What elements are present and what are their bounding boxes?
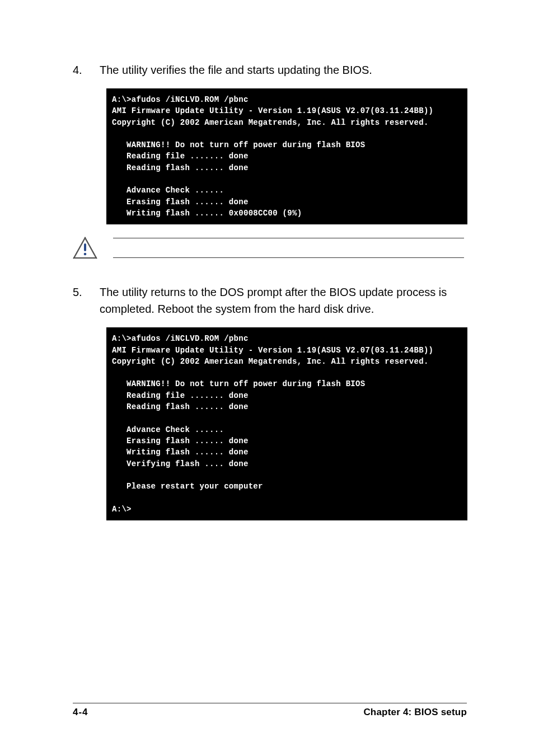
chapter-title: Chapter 4: BIOS setup xyxy=(363,707,467,718)
divider xyxy=(113,238,464,238)
term-line: WARNING!! Do not turn off power during f… xyxy=(112,140,365,149)
terminal-block-2: A:\>afudos /iNCLVD.ROM /pbnc AMI Firmwar… xyxy=(106,327,467,520)
term-line: Advance Check ...... xyxy=(112,186,224,195)
term-line: Verifying flash .... done xyxy=(112,459,249,468)
term-line: A:\>afudos /iNCLVD.ROM /pbnc xyxy=(112,334,249,343)
term-line: Copyright (C) 2002 American Megatrends, … xyxy=(112,118,429,127)
term-line: A:\> xyxy=(112,505,132,514)
step-text: The utility returns to the DOS prompt af… xyxy=(100,284,470,317)
page-number: 4-4 xyxy=(73,707,88,718)
term-line: Erasing flash ...... done xyxy=(112,436,249,445)
step-text: The utility verifies the file and starts… xyxy=(100,62,470,78)
term-line: Writing flash ...... done xyxy=(112,448,249,457)
step-number: 5. xyxy=(73,284,86,317)
term-line: Copyright (C) 2002 American Megatrends, … xyxy=(112,357,429,366)
svg-point-1 xyxy=(84,253,87,256)
term-line: Please restart your computer xyxy=(112,482,263,491)
term-line: Erasing flash ...... done xyxy=(112,198,249,206)
term-line: Reading flash ...... done xyxy=(112,163,249,172)
caution-text-area xyxy=(113,238,464,258)
step-4: 4. The utility verifies the file and sta… xyxy=(73,62,470,78)
terminal-block-1: A:\>afudos /iNCLVD.ROM /pbnc AMI Firmwar… xyxy=(106,88,467,224)
footer-divider xyxy=(73,703,467,703)
term-line: Writing flash ...... 0x0008CC00 (9%) xyxy=(112,209,302,218)
svg-rect-0 xyxy=(84,243,86,251)
step-5: 5. The utility returns to the DOS prompt… xyxy=(73,284,470,317)
term-line: Advance Check ...... xyxy=(112,425,224,434)
term-line: Reading flash ...... done xyxy=(112,402,249,411)
divider xyxy=(113,257,464,258)
caution-callout xyxy=(73,237,470,259)
term-line: AMI Firmware Update Utility - Version 1.… xyxy=(112,106,433,115)
term-line: Reading file ....... done xyxy=(112,391,249,400)
warning-icon xyxy=(73,237,97,259)
term-line: AMI Firmware Update Utility - Version 1.… xyxy=(112,346,433,355)
term-line: WARNING!! Do not turn off power during f… xyxy=(112,379,365,388)
term-line: A:\>afudos /iNCLVD.ROM /pbnc xyxy=(112,95,249,104)
step-number: 4. xyxy=(73,62,86,78)
term-line: Reading file ....... done xyxy=(112,152,249,161)
page-footer: 4-4 Chapter 4: BIOS setup xyxy=(73,703,467,718)
